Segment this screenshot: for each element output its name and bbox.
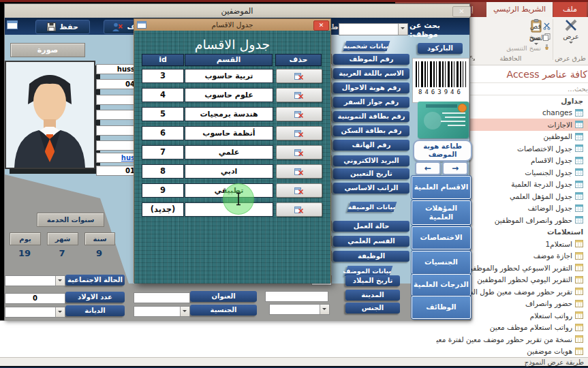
chevron-down-icon[interactable] [320,305,329,314]
email-link-field[interactable]: hus [96,153,136,163]
nav-pane-item[interactable]: هويات موضفين [445,346,588,358]
photo-button[interactable]: صورة [10,43,85,57]
label-base-salary: الراتب الاساسي [333,183,409,194]
delete-record-button[interactable] [276,107,322,121]
text-cursor-icon [234,192,243,206]
dialog-titlebar[interactable]: جدول الاقسام [134,19,330,31]
month-button[interactable]: شهر [47,232,78,245]
chevron-down-icon[interactable] [55,276,65,286]
marital-combobox[interactable] [5,275,65,286]
field[interactable] [96,95,136,105]
city-field[interactable] [265,291,328,302]
id-cell[interactable]: (جديد) [142,202,184,217]
employees-window-titlebar[interactable]: الموضفين [5,4,469,18]
nav-pane-item[interactable]: نسخة من تقرير حظور موضف معين لفترة معينة [445,333,588,346]
nav-pane-item[interactable]: رواتب استعلام موظف معين [445,322,588,334]
service-years-button[interactable]: سنوات الخدمة [37,213,104,227]
dialog-heading: جدول الاقسام [134,35,330,54]
dropdown-arrow-icon [569,42,573,46]
id-cell[interactable]: 4 [142,88,184,102]
table-icon [575,192,583,200]
field[interactable] [96,125,136,136]
religion-combobox[interactable] [5,307,65,318]
id-cell[interactable]: 7 [142,145,184,159]
employee-photo [5,61,95,169]
barcode-bars [416,61,466,87]
qualifications-button[interactable]: المؤهلات العلمية [412,200,471,225]
id-field[interactable]: 04 [96,79,136,89]
table-icon [575,109,583,117]
field[interactable]: 01 [96,166,136,176]
delete-record-button[interactable] [276,202,322,217]
query-icon [575,348,583,355]
delete-record-button[interactable] [276,164,322,179]
id-cell[interactable]: 9 [142,183,184,198]
next-record-button[interactable]: → [442,162,468,175]
tab-employee-data[interactable]: بيانات الموضف [345,266,393,276]
table-row: 4 علوم حاسوب [142,88,330,102]
cut-button[interactable]: قص [470,20,551,31]
close-icon[interactable]: ✕ [452,6,471,17]
query-icon [575,335,583,343]
tab-home[interactable]: الشريط الرئيسي [486,2,553,17]
form-window-icon [7,20,18,29]
nationality-combobox[interactable] [134,306,190,317]
delete-record-button[interactable] [276,88,322,102]
delete-record-button[interactable] [276,145,322,159]
column-header-delete: حذف [275,54,322,66]
label-employee-number: رقم الموظف [333,54,409,65]
table-icon [575,121,583,128]
floppy-icon [47,22,56,31]
degrees-button[interactable]: الدرجات العلمية [412,274,471,296]
delete-record-button[interactable] [276,69,322,83]
departments-button[interactable]: الاقسام العلمية [412,176,471,199]
view-mode-label: طريقة عرض النموذج [525,358,584,366]
copy-button[interactable]: نسخ [470,31,551,42]
children-count-field[interactable]: 0 [5,293,65,304]
id-cell[interactable]: 5 [142,107,184,121]
id-cell[interactable]: 6 [142,126,184,140]
delete-record-button[interactable] [276,183,322,198]
close-icon[interactable]: ✕ [313,20,329,31]
search-employee-combobox[interactable] [339,23,408,35]
dialog-launcher-icon[interactable] [469,55,476,61]
service-days-value: 19 [10,248,40,258]
id-cell[interactable]: 8 [142,164,184,179]
year-button[interactable]: سنة [84,232,115,245]
specialties-button[interactable]: الاختصاصات [412,226,471,249]
label-passport: رقم جواز السفر [333,97,409,108]
field[interactable] [96,140,136,151]
table-icon [575,144,583,152]
department-cell[interactable]: علوم حاسوب [185,88,273,102]
tab-job-data[interactable]: بيانات الوضيفة [347,202,397,212]
address-field[interactable] [134,292,190,303]
department-cell[interactable]: هندسة برمجيات [185,107,273,121]
format-painter-button[interactable]: نسخ التنسيق [470,42,551,53]
query-icon [575,252,583,260]
day-button[interactable]: يوم [10,232,41,245]
chevron-down-icon[interactable] [398,24,407,35]
chevron-down-icon[interactable] [55,307,65,317]
department-cell[interactable]: أنظمة حاسوب [185,126,273,140]
save-button[interactable]: حفظ [35,20,90,34]
jobs-button[interactable]: الوظائف [412,296,471,319]
clipped-toolbar-text: ط [330,22,338,31]
label-address: العنوان [190,291,257,302]
chevron-down-icon[interactable] [180,307,189,316]
table-icon [575,157,583,164]
tab-file[interactable]: ملف [553,2,587,17]
name-field[interactable]: huss [96,64,136,74]
field[interactable] [96,110,136,120]
tab-personal-data[interactable]: بيانات شخصية [343,41,390,51]
view-button[interactable]: عرض [556,19,586,55]
id-cell[interactable]: 3 [142,69,184,83]
department-cell[interactable]: علمي [185,145,273,159]
gender-combobox[interactable] [269,304,330,315]
print-id-button[interactable]: طباعة هوية الموضف [413,140,472,162]
department-cell[interactable]: ادبي [185,164,273,179]
prev-record-button[interactable]: ← [415,162,441,175]
department-cell[interactable]: تربية حاسوب [185,69,273,83]
label-nationality: الجنسية [190,305,257,316]
nationalities-button[interactable]: الجنسيات [412,251,471,274]
delete-record-button[interactable] [276,126,322,140]
